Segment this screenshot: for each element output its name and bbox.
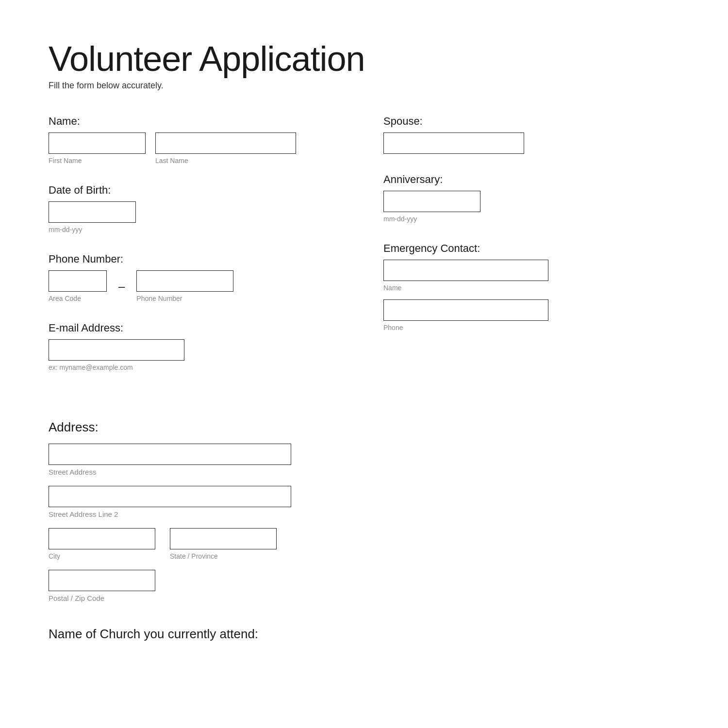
city-group: City <box>49 528 155 560</box>
city-state-row: City State / Province <box>49 528 679 560</box>
emergency-phone-group: Phone <box>383 299 679 331</box>
emergency-section: Emergency Contact: Name Phone <box>383 242 679 331</box>
phone-number-input[interactable] <box>136 270 233 292</box>
first-name-group: First Name <box>49 132 146 165</box>
state-input[interactable] <box>170 528 277 549</box>
emergency-phone-hint: Phone <box>383 324 679 331</box>
area-code-hint: Area Code <box>49 295 107 302</box>
email-hint: ex: myname@example.com <box>49 364 345 371</box>
postal-group: Postal / Zip Code <box>49 570 679 602</box>
first-name-hint: First Name <box>49 157 146 165</box>
phone-number-group: Phone Number <box>136 270 233 302</box>
church-label: Name of Church you currently attend: <box>49 627 679 642</box>
street-address2-input[interactable] <box>49 486 291 507</box>
phone-dash: – <box>116 276 127 297</box>
page-subtitle: Fill the form below accurately. <box>49 81 679 91</box>
anniversary-input[interactable] <box>383 191 480 212</box>
email-input[interactable] <box>49 339 184 361</box>
state-group: State / Province <box>170 528 277 560</box>
street-address-group: Street Address <box>49 444 679 476</box>
address-label: Address: <box>49 420 679 435</box>
dob-group: mm-dd-yyy <box>49 201 345 233</box>
area-code-group: Area Code <box>49 270 107 302</box>
street-address2-hint: Street Address Line 2 <box>49 510 679 518</box>
street-address-input[interactable] <box>49 444 291 465</box>
dob-section: Date of Birth: mm-dd-yyy <box>49 184 345 233</box>
first-name-input[interactable] <box>49 132 146 154</box>
street-address-hint: Street Address <box>49 468 679 476</box>
email-label: E-mail Address: <box>49 322 345 334</box>
emergency-name-input[interactable] <box>383 260 548 281</box>
anniversary-hint: mm-dd-yyy <box>383 215 679 223</box>
dob-label: Date of Birth: <box>49 184 345 197</box>
last-name-hint: Last Name <box>155 157 296 165</box>
dob-input[interactable] <box>49 201 136 223</box>
anniversary-group: mm-dd-yyy <box>383 191 679 223</box>
anniversary-section: Anniversary: mm-dd-yyy <box>383 173 679 223</box>
spouse-input[interactable] <box>383 132 524 154</box>
state-hint: State / Province <box>170 552 277 560</box>
postal-hint: Postal / Zip Code <box>49 594 679 602</box>
emergency-label: Emergency Contact: <box>383 242 679 255</box>
last-name-group: Last Name <box>155 132 296 165</box>
phone-number-hint: Phone Number <box>136 295 233 302</box>
area-code-input[interactable] <box>49 270 107 292</box>
spouse-section: Spouse: <box>383 115 679 154</box>
email-section: E-mail Address: ex: myname@example.com <box>49 322 345 371</box>
emergency-name-hint: Name <box>383 284 679 292</box>
phone-label: Phone Number: <box>49 253 345 265</box>
street-address2-group: Street Address Line 2 <box>49 486 679 518</box>
dob-hint: mm-dd-yyy <box>49 226 345 233</box>
anniversary-label: Anniversary: <box>383 173 679 186</box>
phone-section: Phone Number: Area Code – Phone Number <box>49 253 345 302</box>
emergency-phone-input[interactable] <box>383 299 548 321</box>
city-hint: City <box>49 552 155 560</box>
emergency-name-group: Name <box>383 260 679 292</box>
address-section: Address: Street Address Street Address L… <box>49 420 679 602</box>
church-section: Name of Church you currently attend: <box>49 627 679 642</box>
spouse-group <box>383 132 679 154</box>
email-group: ex: myname@example.com <box>49 339 345 371</box>
name-section: Name: First Name Last Name <box>49 115 345 165</box>
last-name-input[interactable] <box>155 132 296 154</box>
page-title: Volunteer Application <box>49 39 679 79</box>
city-input[interactable] <box>49 528 155 549</box>
name-label: Name: <box>49 115 345 128</box>
spouse-label: Spouse: <box>383 115 679 128</box>
postal-input[interactable] <box>49 570 155 591</box>
